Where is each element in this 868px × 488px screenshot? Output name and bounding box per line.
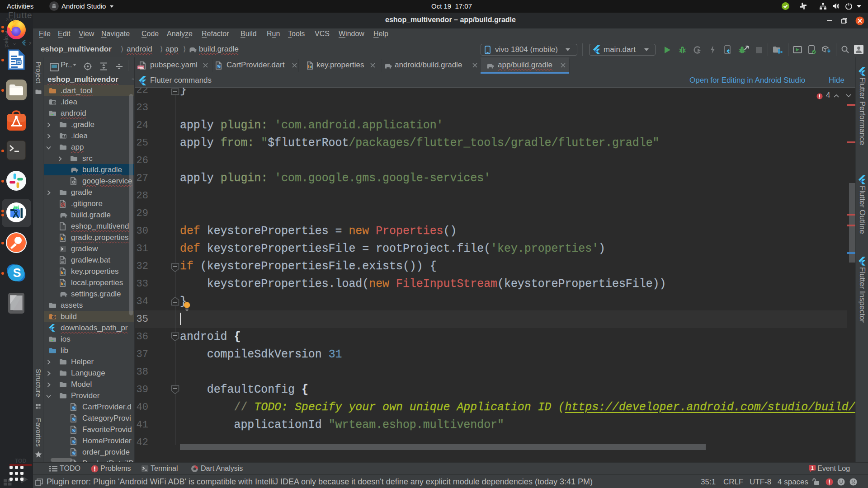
svg-text:1: 1 bbox=[811, 465, 814, 471]
svg-text:S: S bbox=[13, 266, 21, 280]
svg-text:YML: YML bbox=[138, 66, 144, 69]
